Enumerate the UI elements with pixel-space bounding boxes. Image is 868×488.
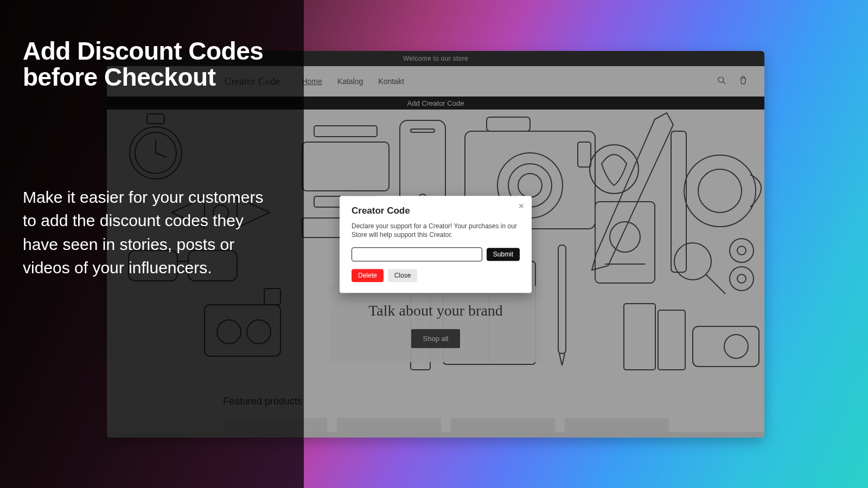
promo-title-line2: before Checkout [23, 63, 215, 91]
creator-code-modal: ✕ Creator Code Declare your support for … [340, 196, 532, 293]
promo-body: Make it easier for your customers to add… [23, 185, 281, 280]
modal-input-row: Submit [352, 247, 520, 261]
modal-title: Creator Code [352, 206, 520, 216]
modal-description: Declare your support for a Creator! Your… [352, 222, 520, 240]
submit-button[interactable]: Submit [487, 248, 520, 261]
promo-title: Add Discount Codes before Checkout [23, 38, 281, 91]
promo-overlay: Add Discount Codes before Checkout Make … [0, 0, 304, 488]
promo-title-line1: Add Discount Codes [23, 37, 263, 65]
close-icon[interactable]: ✕ [518, 202, 525, 210]
delete-button[interactable]: Delete [352, 269, 384, 282]
creator-code-input[interactable] [352, 247, 482, 261]
close-button[interactable]: Close [388, 269, 418, 282]
modal-actions-row: Delete Close [352, 269, 520, 282]
